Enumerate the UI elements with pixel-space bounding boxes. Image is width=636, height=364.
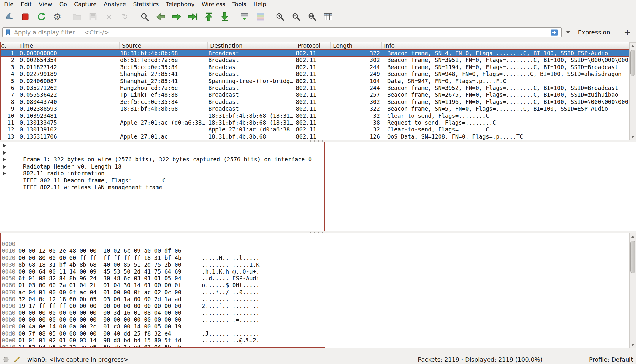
hex-row[interactable]: 0000 00 00 12 00 2e 48 00 00 10 02 6c 09… [0, 234, 629, 241]
packet-row[interactable]: 8 0.080443740 3e:f5:cc:0e:35:84 Broadcas… [0, 98, 629, 105]
menu-edit[interactable]: Edit [17, 0, 35, 8]
capture-options-button[interactable]: ⚙ [50, 10, 65, 24]
packet-row[interactable]: 1 0.000000000 18:31:bf:4b:8b:68 Broadcas… [0, 50, 629, 57]
column-header-source[interactable]: Source [120, 42, 208, 50]
packet-row[interactable]: 9 0.102388593 18:31:bf:4b:8b:68 Broadcas… [0, 105, 629, 112]
menu-help[interactable]: Help [250, 0, 270, 8]
hex-row[interactable]: 0070 32 04 0c 12 18 60 0b 05 03 00 1a 00… [0, 282, 629, 289]
detail-row[interactable]: Frame 1: 322 bytes on wire (2576 bits), … [0, 142, 636, 149]
menu-analyze[interactable]: Analyze [100, 0, 130, 8]
expression-button[interactable]: Expression... [575, 29, 619, 36]
zoom-out-button[interactable] [288, 10, 303, 24]
expand-arrow-icon[interactable] [3, 151, 6, 155]
menu-wireless[interactable]: Wireless [198, 0, 229, 8]
hex-scrollbar[interactable] [629, 233, 636, 348]
hex-row[interactable]: 0050 01 03 00 00 2a 01 04 2f 01 04 30 14… [0, 268, 629, 275]
hex-row[interactable]: 00c0 00 7f 08 05 00 08 00 00 00 40 dd 25… [0, 316, 629, 323]
apply-filter-icon[interactable] [549, 28, 559, 36]
colorize-packets-button[interactable] [253, 10, 268, 24]
capture-comment-icon[interactable] [13, 356, 20, 363]
stop-capture-button[interactable] [18, 10, 33, 24]
hex-row[interactable]: 0020 8b 68 18 31 bf 4b 8b 68 40 00 85 51… [0, 247, 629, 254]
cell-info: Beacon frame, SN=3951, FN=0, Flags=.....… [382, 57, 629, 63]
previous-packet-button[interactable] [153, 10, 168, 24]
profile-status[interactable]: Profile: Default [589, 355, 633, 364]
zoom-in-button[interactable] [272, 10, 287, 24]
cell-length: 322 [331, 105, 382, 112]
menu-file[interactable]: File [1, 0, 17, 8]
reload-file-button[interactable]: ↻ [118, 10, 132, 24]
column-header-length[interactable]: Length [331, 42, 382, 50]
scroll-up-icon[interactable] [630, 43, 636, 48]
packet-row[interactable]: 5 0.024060087 Shanghai_27:85:41 Spanning… [0, 78, 629, 85]
filter-history-dropdown[interactable] [564, 27, 573, 37]
hex-row[interactable]: 00f0 3a ed dd 09 00 10 18 02 03 00 9c 00… [0, 337, 629, 344]
scroll-down-icon[interactable] [630, 134, 636, 139]
detail-row[interactable]: IEEE 802.11 Beacon frame, Flags: .......… [0, 163, 636, 170]
packet-row[interactable]: 4 0.022799189 Shanghai_27:85:41 Broadcas… [0, 71, 629, 77]
menu-capture[interactable]: Capture [71, 0, 100, 8]
expand-arrow-icon[interactable] [3, 165, 6, 169]
detail-row[interactable]: Radiotap Header v0, Length 18 [0, 149, 636, 156]
filter-bookmark-icon[interactable] [4, 28, 12, 36]
column-header-time[interactable]: Time [17, 42, 120, 50]
packet-row[interactable]: 7 0.055536422 Tp-LinkT_ef:48:88 Broadcas… [0, 91, 629, 98]
cell-time: 0.130133475 [17, 119, 120, 126]
hex-row[interactable]: 00e0 1f 52 b4 b5 b7 72 ae e5 5b ab 3a ed… [0, 330, 629, 337]
last-packet-button[interactable] [217, 10, 232, 24]
hex-row[interactable]: 00d0 01 01 01 02 01 00 03 14 98 d8 bd b4… [0, 323, 629, 330]
start-capture-button[interactable] [2, 10, 17, 24]
column-header-no[interactable]: No. [0, 42, 17, 50]
menu-telephony[interactable]: Telephony [162, 0, 198, 8]
column-header-destination[interactable]: Destination [208, 42, 295, 50]
packet-row[interactable]: 12 0.130139102 Apple_27:01:ac (d0:a6:38:… [0, 126, 629, 133]
menu-go[interactable]: Go [56, 0, 71, 8]
hex-row[interactable]: 0040 6f 01 08 82 84 8b 96 24 30 48 6c 03… [0, 261, 629, 268]
packet-row[interactable]: 11 0.130133475 Apple_27:01:ac (d0:a6:38:… [0, 119, 629, 126]
hex-row[interactable]: 00b0 00 4a 0e 14 00 0a 00 2c 01 c8 00 14… [0, 309, 629, 316]
close-file-button[interactable]: × [101, 10, 116, 24]
hex-row[interactable]: 0010 00 00 80 00 00 00 ff ff ff ff ff ff… [0, 241, 629, 247]
cell-length: 244 [331, 64, 382, 71]
hex-row[interactable]: 0030 00 00 64 00 11 14 00 09 45 53 50 2d… [0, 255, 629, 261]
zoom-reset-button[interactable] [304, 10, 319, 24]
open-file-button[interactable] [69, 10, 84, 24]
go-to-packet-button[interactable] [185, 10, 200, 24]
scroll-down-icon[interactable] [630, 342, 636, 347]
find-packet-button[interactable] [137, 10, 152, 24]
resize-columns-button[interactable] [321, 10, 335, 24]
packet-row[interactable]: 6 0.035271262 Hangzhou_cd:7a:6e Broadcas… [0, 85, 629, 91]
hex-row[interactable]: 0100 50 f2 02 01 01 84 00 03 a4 00 00 27… [0, 344, 629, 348]
hex-row[interactable]: 0080 19 17 ff ff ff 00 00 00 00 00 00 00… [0, 289, 629, 296]
capture-status-icon[interactable] [3, 356, 9, 363]
expand-arrow-icon[interactable] [3, 158, 6, 161]
hex-row[interactable]: 0090 00 00 00 00 00 00 00 00 00 3d 16 01… [0, 296, 629, 303]
first-packet-button[interactable] [201, 10, 216, 24]
packet-row[interactable]: 10 0.103923481 18:31:bf:4b:8b:68 (18:31:… [0, 112, 629, 119]
display-filter-input[interactable]: Apply a display filter ... <Ctrl-/> [2, 27, 562, 37]
packet-row[interactable]: 3 0.011827142 3c:f5:cc:0e:35:84 Broadcas… [0, 64, 629, 71]
auto-scroll-button[interactable] [237, 10, 252, 24]
scrollbar-thumb[interactable] [630, 241, 635, 273]
save-file-button[interactable] [85, 10, 100, 24]
hex-row[interactable]: 00a0 00 00 00 00 00 00 00 00 00 00 00 00… [0, 303, 629, 309]
scrollbar-thumb[interactable] [630, 50, 635, 76]
menu-view[interactable]: View [35, 0, 56, 8]
cell-destination: Broadcast [208, 105, 295, 112]
expand-arrow-icon[interactable] [3, 172, 6, 175]
column-header-info[interactable]: Info [382, 42, 629, 50]
scroll-up-icon[interactable] [630, 234, 636, 239]
expand-arrow-icon[interactable] [3, 144, 6, 147]
restart-capture-button[interactable] [34, 10, 49, 24]
packet-list-scrollbar[interactable] [629, 42, 636, 140]
hex-row[interactable]: 0060 ac 04 01 00 00 0f ac 04 01 00 00 0f… [0, 275, 629, 282]
menu-tools[interactable]: Tools [229, 0, 250, 8]
menu-statistics[interactable]: Statistics [129, 0, 162, 8]
detail-row[interactable]: 802.11 radio information [0, 156, 636, 163]
packet-row[interactable]: 2 0.002654354 d6:61:fe:cd:7a:6e Broadcas… [0, 57, 629, 63]
detail-row[interactable]: IEEE 802.11 wireless LAN management fram… [0, 170, 636, 177]
column-header-protocol[interactable]: Protocol [295, 42, 331, 50]
packet-row[interactable]: 13 0.135311706 Apple_27:01:ac 18:31:bf:4… [0, 133, 629, 140]
add-filter-button[interactable]: + [621, 27, 634, 37]
next-packet-button[interactable] [169, 10, 184, 24]
